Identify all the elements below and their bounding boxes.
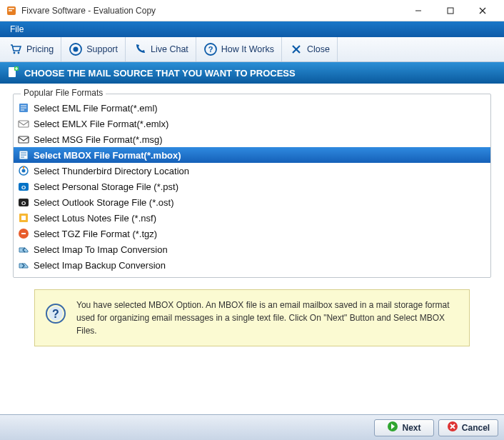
toolbar-label: Pricing	[26, 44, 54, 54]
phone-icon	[133, 42, 147, 56]
emlx-mail-icon	[18, 118, 29, 129]
format-option[interactable]: Select Imap Backup Conversion	[14, 257, 490, 273]
format-label: Select Lotus Notes File (*.nsf)	[34, 213, 156, 224]
format-label: Select Personal Storage File (*.pst)	[34, 181, 178, 192]
svg-text:?: ?	[52, 308, 59, 320]
howitworks-button[interactable]: ? How It Works	[196, 37, 282, 61]
format-list: Select EML File Format(*.eml)Select EMLX…	[14, 100, 490, 273]
format-label: Select MBOX File Format(*.mbox)	[34, 150, 181, 161]
format-label: Select Imap To Imap Conversion	[34, 244, 168, 255]
menubar: File	[0, 21, 504, 37]
msg-mail-icon	[18, 134, 29, 145]
format-option[interactable]: Select MSG File Format(*.msg)	[14, 131, 490, 147]
format-option[interactable]: Select Imap To Imap Conversion	[14, 241, 490, 257]
titlebar: Fixvare Software - Evaluation Copy	[0, 0, 504, 21]
format-label: Select Imap Backup Conversion	[34, 260, 166, 271]
outlook-pst-icon: O	[18, 181, 29, 192]
format-label: Select Outlook Storage File (*.ost)	[34, 197, 174, 208]
info-box: ? You have selected MBOX Option. An MBOX…	[34, 289, 470, 346]
close-button[interactable]: Close	[282, 37, 338, 61]
format-option[interactable]: OSelect Outlook Storage File (*.ost)	[14, 194, 490, 210]
svg-rect-17	[19, 136, 29, 143]
format-option[interactable]: Select Thunderbird Directory Location	[14, 163, 490, 179]
cancel-button[interactable]: Cancel	[438, 419, 498, 436]
svg-text:O: O	[21, 184, 26, 191]
svg-text:?: ?	[208, 45, 213, 54]
toolbar: Pricing Support Live Chat ? How It Works…	[0, 37, 504, 62]
svg-point-8	[74, 47, 79, 52]
format-label: Select Thunderbird Directory Location	[34, 166, 189, 176]
outlook-ost-icon: O	[18, 196, 29, 208]
eml-file-icon	[18, 102, 29, 114]
app-icon	[6, 5, 17, 16]
thunderbird-icon	[18, 165, 29, 176]
format-label: Select TGZ File Format (*.tgz)	[34, 229, 157, 239]
footer: Next Cancel	[0, 414, 504, 440]
imap-backup-icon	[18, 259, 29, 271]
imap-sync-icon	[18, 244, 29, 255]
lotus-notes-icon	[18, 212, 29, 224]
next-arrow-icon	[387, 421, 398, 434]
svg-rect-16	[19, 121, 29, 127]
toolbar-label: Live Chat	[151, 44, 188, 54]
content-area: Popular File Formats Select EML File For…	[0, 84, 504, 414]
info-text: You have selected MBOX Option. An MBOX f…	[76, 299, 459, 337]
livechat-button[interactable]: Live Chat	[126, 37, 196, 61]
svg-point-5	[14, 52, 16, 54]
headset-icon	[69, 42, 83, 56]
svg-text:O: O	[21, 200, 26, 206]
toolbar-label: How It Works	[221, 44, 274, 54]
svg-rect-2	[448, 8, 453, 14]
toolbar-label: Close	[307, 44, 330, 54]
formats-fieldset: Popular File Formats Select EML File For…	[13, 94, 491, 278]
maximize-button[interactable]	[434, 1, 466, 21]
format-option[interactable]: Select MBOX File Format(*.mbox)	[14, 147, 490, 163]
next-button[interactable]: Next	[374, 419, 434, 436]
section-title: CHOOSE THE MAIL SOURCE THAT YOU WANT TO …	[24, 68, 296, 79]
close-window-button[interactable]	[466, 1, 498, 21]
fieldset-legend: Popular File Formats	[21, 88, 106, 98]
cart-icon	[9, 42, 23, 56]
section-header: CHOOSE THE MAIL SOURCE THAT YOU WANT TO …	[0, 62, 504, 84]
format-option[interactable]: Select EML File Format(*.eml)	[14, 100, 490, 116]
minimize-button[interactable]	[402, 1, 434, 21]
button-label: Cancel	[462, 423, 490, 433]
document-plus-icon	[7, 66, 19, 80]
window-title: Fixvare Software - Evaluation Copy	[21, 6, 402, 16]
window-controls	[402, 1, 498, 21]
format-option[interactable]: Select EMLX File Format(*.emlx)	[14, 116, 490, 131]
support-button[interactable]: Support	[61, 37, 126, 61]
svg-point-20	[22, 169, 26, 173]
svg-point-6	[18, 52, 20, 54]
format-label: Select EML File Format(*.eml)	[34, 103, 158, 114]
question-icon: ?	[203, 42, 218, 56]
pricing-button[interactable]: Pricing	[1, 37, 61, 61]
format-label: Select MSG File Format(*.msg)	[34, 134, 163, 145]
toolbar-label: Support	[86, 44, 118, 54]
format-option[interactable]: Select Lotus Notes File (*.nsf)	[14, 210, 490, 226]
menu-file[interactable]: File	[4, 23, 29, 36]
format-label: Select EMLX File Format(*.emlx)	[34, 119, 168, 129]
tgz-archive-icon	[18, 228, 29, 239]
format-option[interactable]: OSelect Personal Storage File (*.pst)	[14, 179, 490, 194]
button-label: Next	[402, 423, 420, 433]
cancel-x-icon	[447, 421, 458, 434]
format-option[interactable]: Select TGZ File Format (*.tgz)	[14, 226, 490, 241]
close-icon	[289, 42, 303, 56]
mbox-file-icon	[18, 149, 29, 161]
info-icon: ?	[45, 303, 66, 324]
